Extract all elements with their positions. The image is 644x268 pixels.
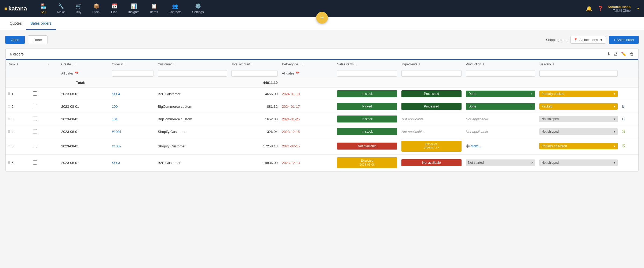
table-row[interactable]: ⠿2 2023-08-01 100 BigCommerce custom 881… xyxy=(6,100,638,113)
table-row[interactable]: ⠿1 2023-08-01 SO-4 B2B Customer 4656.00 … xyxy=(6,88,638,100)
delivery-badge[interactable]: Not shipped ▼ xyxy=(539,116,618,122)
location-pin-icon: 📍 xyxy=(573,38,578,42)
ingredients-badge: Expected2024-01-12 xyxy=(401,141,462,152)
nav-item-make[interactable]: 🔧 Make xyxy=(52,0,70,17)
row-checkbox[interactable] xyxy=(33,144,37,148)
delivery-date-value: 2024-01-25 xyxy=(282,117,300,121)
nav-item-buy[interactable]: 🛒 Buy xyxy=(70,0,87,17)
nav-item-settings[interactable]: ⚙️ Settings xyxy=(187,0,209,17)
drag-handle[interactable]: ⠿ xyxy=(8,92,10,96)
drag-handle[interactable]: ⠿ xyxy=(8,144,10,148)
customer-filter-input[interactable] xyxy=(158,70,227,77)
delivery-date-filter[interactable]: All dates 📅 xyxy=(282,72,333,75)
edit-icon[interactable]: ✏️ xyxy=(621,51,627,57)
add-button-circle[interactable]: + xyxy=(316,12,328,24)
order-link[interactable]: 101 xyxy=(112,117,118,121)
order-num-cell: SO-3 xyxy=(110,154,156,171)
delete-icon[interactable]: 🗑 xyxy=(630,52,634,57)
print-icon[interactable]: 🖨 xyxy=(614,52,618,57)
insights-icon: 📊 xyxy=(131,3,137,9)
delivery-info-icon: ℹ xyxy=(553,63,554,66)
nav-item-insights[interactable]: 📊 Insights xyxy=(123,0,145,17)
row-checkbox[interactable] xyxy=(33,129,37,133)
delivery-filter-input[interactable] xyxy=(539,70,618,77)
production-badge[interactable]: Done > xyxy=(466,103,535,110)
checkbox-cell xyxy=(31,113,45,125)
row-checkbox[interactable] xyxy=(33,104,37,108)
app-logo[interactable]: ■ katana xyxy=(4,5,27,12)
help-icon[interactable]: ❓ xyxy=(597,6,603,12)
rank-cell: ⠿2 xyxy=(6,100,31,113)
amount-info-icon: ℹ xyxy=(251,63,253,66)
nav-item-plan[interactable]: 📅 Plan xyxy=(106,0,123,17)
main-content: Open Done Shipping from: 📍 All locations… xyxy=(0,30,644,177)
created-date-cell: 2023-08-01 xyxy=(59,88,109,100)
order-filter-input[interactable] xyxy=(112,70,153,77)
new-sales-order-button[interactable]: + Sales order xyxy=(609,36,639,44)
calendar-icon[interactable]: 📅 xyxy=(75,72,79,75)
notifications-icon[interactable]: 🔔 xyxy=(586,6,592,12)
info-cell xyxy=(45,125,59,138)
ingredients-badge: Not applicable xyxy=(401,117,423,121)
order-info-icon: ℹ xyxy=(125,63,126,66)
total-label: Total: xyxy=(76,81,85,85)
order-num-cell: SO-4 xyxy=(110,88,156,100)
delivery-badge[interactable]: Partially delivered ▼ xyxy=(539,143,618,149)
production-badge[interactable]: Done > xyxy=(466,91,535,97)
nav-item-contacts[interactable]: 👥 Contacts xyxy=(163,0,187,17)
sales-items-badge: Expected2024-05-06 xyxy=(337,157,397,168)
created-date-filter[interactable]: All dates 📅 xyxy=(61,72,107,75)
info-cell xyxy=(45,100,59,113)
col-checkbox xyxy=(31,60,45,69)
drag-handle[interactable]: ⠿ xyxy=(8,161,10,165)
shop-dropdown-icon[interactable]: ▼ xyxy=(636,7,640,10)
table-row[interactable]: ⠿5 2023-08-01 #1002 Shopify Customer 172… xyxy=(6,138,638,155)
order-link[interactable]: #1001 xyxy=(112,130,122,134)
amount-filter-input[interactable] xyxy=(231,70,277,77)
row-checkbox[interactable] xyxy=(33,117,37,121)
nav-item-items[interactable]: 📋 Items xyxy=(145,0,163,17)
nav-item-sell[interactable]: 🏪 Sell xyxy=(35,0,52,17)
drag-handle[interactable]: ⠿ xyxy=(8,117,10,121)
tab-quotes[interactable]: Quotes xyxy=(5,17,26,30)
row-checkbox[interactable] xyxy=(33,160,37,165)
table-row[interactable]: ⠿4 2023-08-01 #1001 Shopify Customer 326… xyxy=(6,125,638,138)
production-badge[interactable]: Not started > xyxy=(466,159,535,166)
col-ingredients: Ingredients ℹ xyxy=(399,60,464,69)
ingredients-filter-input[interactable] xyxy=(401,70,462,77)
table-row[interactable]: ⠿6 2023-08-01 SO-3 B2B Customer 19836.00… xyxy=(6,154,638,171)
table-row[interactable]: ⠿3 2023-08-01 101 BigCommerce custom 165… xyxy=(6,113,638,125)
row-icon-cell xyxy=(620,154,638,171)
production-filter-input[interactable] xyxy=(466,70,535,77)
sales-items-cell: In stock xyxy=(335,113,399,125)
order-link[interactable]: #1002 xyxy=(112,144,122,148)
order-link[interactable]: SO-4 xyxy=(112,92,120,96)
delivery-badge[interactable]: Partially packed ▼ xyxy=(539,91,618,97)
download-icon[interactable]: ⬇ xyxy=(607,51,610,57)
order-link[interactable]: SO-3 xyxy=(112,161,120,165)
rank-info-icon: ℹ xyxy=(17,63,18,66)
ingredients-cell: Not applicable xyxy=(399,125,464,138)
done-button[interactable]: Done xyxy=(28,35,47,44)
drag-handle[interactable]: ⠿ xyxy=(8,130,10,134)
delivery-calendar-icon[interactable]: 📅 xyxy=(295,72,299,75)
tab-sales-orders[interactable]: Sales orders xyxy=(26,17,56,30)
checkbox-cell xyxy=(31,125,45,138)
order-link[interactable]: 100 xyxy=(112,105,118,109)
make-button[interactable]: ➕ Make... xyxy=(466,144,481,148)
row-checkbox[interactable] xyxy=(33,91,37,96)
open-button[interactable]: Open xyxy=(5,36,25,44)
sales-items-filter-input[interactable] xyxy=(337,70,397,77)
amount-cell: 19836.00 xyxy=(229,154,280,171)
sales-items-badge: Not available xyxy=(337,143,397,150)
delivery-badge[interactable]: Packed ▼ xyxy=(539,103,618,110)
delivery-badge[interactable]: Not shipped ▼ xyxy=(539,159,618,166)
col-row-icon xyxy=(620,60,638,69)
sales-items-badge: In stock xyxy=(337,116,397,122)
col-rank: Rank ℹ xyxy=(6,60,31,69)
nav-item-stock[interactable]: 📦 Stock xyxy=(87,0,106,17)
delivery-badge[interactable]: Not shipped ▼ xyxy=(539,128,618,135)
location-select[interactable]: 📍 All locations ▼ xyxy=(570,36,606,44)
drag-handle[interactable]: ⠿ xyxy=(8,105,10,109)
col-order-num: Order # ℹ xyxy=(110,60,156,69)
